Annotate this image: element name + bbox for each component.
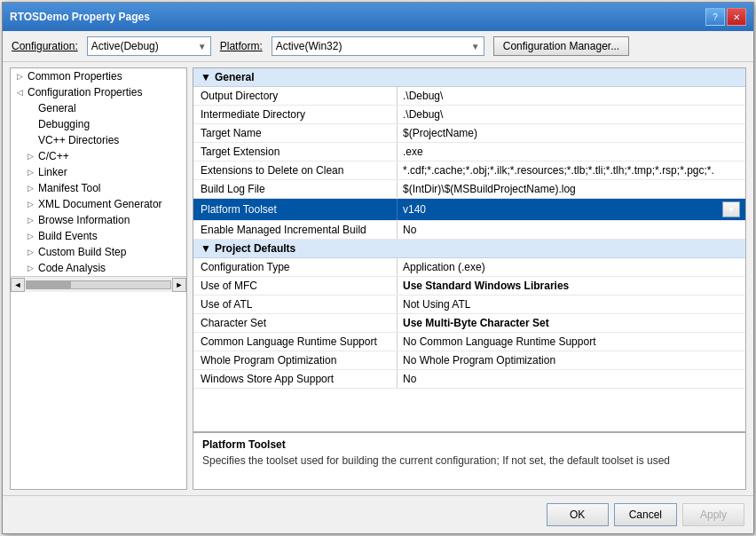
prop-name-platform-toolset: Platform Toolset [193, 199, 398, 220]
configuration-dropdown[interactable]: Active(Debug) ▼ [87, 36, 211, 56]
help-button[interactable]: ? [705, 8, 725, 26]
tree-label-browse-info: Browse Information [38, 214, 130, 226]
prop-row-intermediate-dir[interactable]: Intermediate Directory.\Debug\ [193, 106, 745, 124]
section-collapse-icon[interactable]: ▼ [201, 242, 211, 255]
prop-value-clr-support: No Common Language Runtime Support [398, 333, 745, 351]
cancel-button[interactable]: Cancel [614, 503, 677, 526]
tree-item-vc-dirs[interactable]: VC++ Directories [11, 132, 186, 148]
ok-button[interactable]: OK [547, 503, 609, 526]
section-collapse-icon[interactable]: ▼ [201, 71, 211, 83]
prop-name-output-dir: Output Directory [193, 87, 398, 105]
dialog-title: RTOSDemo Property Pages [10, 11, 150, 23]
prop-row-target-name[interactable]: Target Name$(ProjectName) [193, 124, 745, 143]
prop-value-ext-delete: *.cdf;*.cache;*.obj;*.ilk;*.resources;*.… [398, 162, 745, 179]
tree-label-manifest-tool: Manifest Tool [38, 182, 100, 194]
prop-value-char-set: Use Multi-Byte Character Set [398, 314, 745, 332]
tree-item-custom-build[interactable]: ▷Custom Build Step [11, 244, 186, 260]
prop-name-char-set: Character Set [193, 314, 398, 332]
tree-expand-manifest-tool: ▷ [25, 184, 35, 193]
description-text: Specifies the toolset used for building … [202, 454, 736, 467]
tree-item-xml-doc-gen[interactable]: ▷XML Document Generator [11, 196, 186, 212]
prop-row-managed-incremental[interactable]: Enable Managed Incremental BuildNo [193, 221, 745, 240]
prop-value-use-mfc: Use Standard Windows Libraries [398, 277, 745, 295]
prop-name-intermediate-dir: Intermediate Directory [193, 106, 398, 123]
prop-row-output-dir[interactable]: Output Directory.\Debug\ [193, 87, 745, 106]
description-title: Platform Toolset [202, 438, 736, 451]
prop-row-wpo[interactable]: Whole Program OptimizationNo Whole Progr… [193, 351, 745, 370]
tree-label-code-analysis: Code Analysis [38, 262, 106, 274]
tree-label-linker: Linker [38, 166, 67, 178]
prop-name-target-name: Target Name [193, 124, 398, 142]
prop-name-managed-incremental: Enable Managed Incremental Build [193, 221, 398, 239]
tree-label-common-props: Common Properties [28, 70, 122, 83]
prop-name-use-atl: Use of ATL [193, 296, 398, 313]
prop-row-clr-support[interactable]: Common Language Runtime SupportNo Common… [193, 333, 745, 351]
tree-item-manifest-tool[interactable]: ▷Manifest Tool [11, 180, 186, 196]
tree-label-general: General [38, 102, 76, 114]
tree-label-cpp: C/C++ [38, 150, 69, 162]
platform-dropdown[interactable]: Active(Win32) ▼ [272, 36, 484, 56]
scroll-right-btn[interactable]: ► [172, 278, 186, 292]
prop-name-build-log: Build Log File [193, 180, 398, 198]
prop-name-target-ext: Target Extension [193, 143, 398, 161]
prop-name-config-type: Configuration Type [193, 258, 398, 276]
tree-label-config-props: Configuration Properties [28, 86, 142, 99]
tree-item-config-props[interactable]: ◁Configuration Properties [11, 84, 186, 100]
tree-item-code-analysis[interactable]: ▷Code Analysis [11, 260, 186, 276]
prop-row-platform-toolset[interactable]: Platform Toolsetv140▼ [193, 199, 745, 221]
prop-value-build-log: $(IntDir)\$(MSBuildProjectName).log [398, 180, 745, 198]
prop-row-use-atl[interactable]: Use of ATLNot Using ATL [193, 296, 745, 314]
scroll-track [26, 280, 171, 289]
tree-item-general[interactable]: General [11, 100, 186, 116]
close-button[interactable]: ✕ [727, 8, 746, 26]
prop-row-target-ext[interactable]: Target Extension.exe [193, 143, 745, 162]
tree-expand-config-props: ◁ [14, 88, 25, 97]
tree-panel: ▷Common Properties◁Configuration Propert… [10, 67, 187, 490]
prop-row-use-mfc[interactable]: Use of MFCUse Standard Windows Libraries [193, 277, 745, 296]
title-bar: RTOSDemo Property Pages ? ✕ [3, 3, 753, 31]
tree-expand-custom-build: ▷ [25, 248, 35, 256]
properties-table: ▼ GeneralOutput Directory.\Debug\Interme… [193, 68, 745, 431]
config-manager-button[interactable]: Configuration Manager... [493, 36, 629, 56]
prop-row-config-type[interactable]: Configuration TypeApplication (.exe) [193, 258, 745, 277]
property-pages-dialog: RTOSDemo Property Pages ? ✕ Configuratio… [2, 2, 754, 534]
tree-expand-code-analysis: ▷ [25, 264, 35, 272]
prop-value-wpo: No Whole Program Optimization [398, 351, 745, 369]
prop-row-build-log[interactable]: Build Log File$(IntDir)\$(MSBuildProject… [193, 180, 745, 199]
section-header-general-section: ▼ General [193, 68, 745, 87]
main-content: ▷Common Properties◁Configuration Propert… [3, 62, 753, 495]
prop-name-ext-delete: Extensions to Delete on Clean [193, 162, 398, 179]
tree-item-browse-info[interactable]: ▷Browse Information [11, 212, 186, 228]
tree-item-common-props[interactable]: ▷Common Properties [11, 68, 186, 84]
prop-row-ext-delete[interactable]: Extensions to Delete on Clean*.cdf;*.cac… [193, 162, 745, 180]
tree-label-vc-dirs: VC++ Directories [38, 134, 119, 146]
prop-value-platform-toolset: v140▼ [398, 199, 745, 220]
prop-dropdown-btn-platform-toolset[interactable]: ▼ [722, 201, 740, 217]
platform-label: Platform: [220, 40, 263, 52]
prop-value-use-atl: Not Using ATL [398, 296, 745, 313]
tree-scrollbar: ◄ ► [11, 276, 186, 292]
tree-item-debugging[interactable]: Debugging [11, 116, 186, 132]
platform-value: Active(Win32) [276, 40, 343, 52]
config-dropdown-arrow: ▼ [193, 42, 207, 51]
tree-item-build-events[interactable]: ▷Build Events [11, 228, 186, 244]
prop-value-win-store: No [398, 370, 745, 388]
prop-value-target-ext: .exe [398, 143, 745, 161]
prop-row-char-set[interactable]: Character SetUse Multi-Byte Character Se… [193, 314, 745, 333]
tree-expand-common-props: ▷ [14, 72, 25, 81]
tree-expand-browse-info: ▷ [25, 216, 35, 225]
tree-item-cpp[interactable]: ▷C/C++ [11, 148, 186, 164]
prop-value-target-name: $(ProjectName) [398, 124, 745, 142]
description-panel: Platform Toolset Specifies the toolset u… [193, 431, 745, 489]
prop-row-win-store[interactable]: Windows Store App SupportNo [193, 370, 745, 389]
platform-dropdown-arrow: ▼ [466, 42, 480, 51]
tree-expand-build-events: ▷ [25, 232, 35, 240]
toolbar: Configuration: Active(Debug) ▼ Platform:… [3, 31, 753, 62]
prop-value-output-dir: .\Debug\ [398, 87, 745, 105]
scroll-left-btn[interactable]: ◄ [11, 278, 25, 292]
prop-name-use-mfc: Use of MFC [193, 277, 398, 295]
tree-item-linker[interactable]: ▷Linker [11, 164, 186, 180]
tree-expand-linker: ▷ [25, 168, 35, 177]
config-value: Active(Debug) [91, 40, 159, 52]
apply-button[interactable]: Apply [682, 503, 744, 526]
